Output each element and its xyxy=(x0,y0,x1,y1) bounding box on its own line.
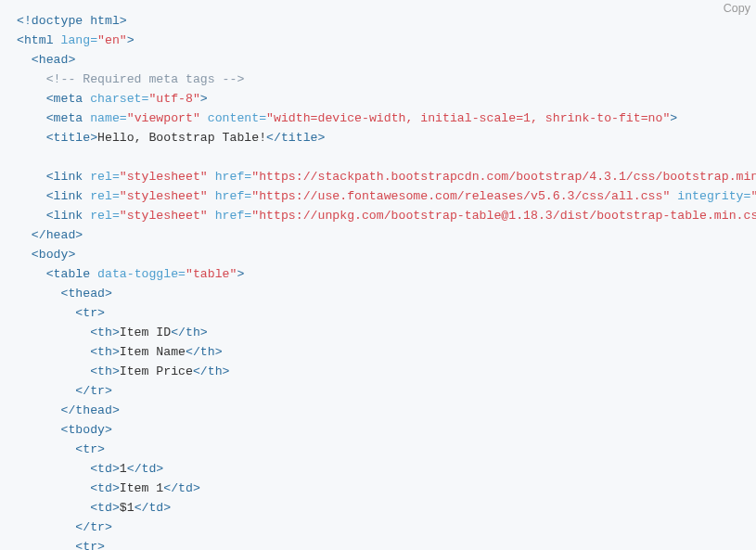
line-td-2: <td>Item 1</td> xyxy=(90,481,200,495)
line-meta-charset: <meta charset="utf-8"> xyxy=(46,92,208,106)
line-th-3: <th>Item Price</th> xyxy=(90,365,229,378)
line-td-1: <td>1</td> xyxy=(90,462,163,476)
line-tr-close-1: </tr> xyxy=(75,384,112,398)
line-thead-open: <thead> xyxy=(60,287,111,301)
line-body-open: <body> xyxy=(32,248,75,262)
line-tr-close-2: </tr> xyxy=(75,520,112,534)
line-html-open: <html lang="en"> xyxy=(17,33,135,47)
line-head-close: </head> xyxy=(32,228,83,242)
line-link3: <link rel="stylesheet" href="https://unp… xyxy=(46,209,756,223)
line-title: <title>Hello, Bootstrap Table!</title> xyxy=(46,131,326,145)
line-link1: <link rel="stylesheet" href="https://sta… xyxy=(46,170,756,184)
line-th-2: <th>Item Name</th> xyxy=(90,345,222,359)
line-doctype: <!doctype html> xyxy=(17,14,127,28)
line-comment: <!-- Required meta tags --> xyxy=(46,72,245,86)
line-td-3: <td>$1</td> xyxy=(90,501,171,515)
line-meta-viewport: <meta name="viewport" content="width=dev… xyxy=(46,111,678,125)
code-block: <!doctype html> <html lang="en"> <head> … xyxy=(0,0,756,550)
line-link2: <link rel="stylesheet" href="https://use… xyxy=(46,189,756,203)
line-tbody-open: <tbody> xyxy=(60,423,111,437)
line-thead-close: </thead> xyxy=(60,403,119,417)
line-table-open: <table data-toggle="table"> xyxy=(46,267,245,281)
line-tr-open-1: <tr> xyxy=(75,306,105,320)
line-head-open: <head> xyxy=(32,53,75,67)
line-tr-open-2: <tr> xyxy=(75,442,105,456)
copy-button[interactable]: Copy xyxy=(724,2,750,15)
line-th-1: <th>Item ID</th> xyxy=(90,326,208,339)
line-tr-open-3: <tr> xyxy=(75,540,105,550)
